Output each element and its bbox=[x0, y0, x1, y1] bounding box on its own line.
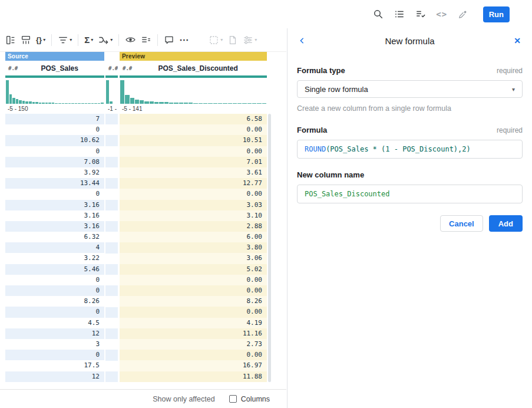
data-cell[interactable]: 10.62 bbox=[5, 135, 104, 146]
search-icon[interactable] bbox=[371, 7, 385, 21]
data-cell[interactable]: 0.00 bbox=[120, 285, 267, 296]
caret-down-icon: ▾ bbox=[70, 38, 72, 42]
data-cell[interactable]: 3.16 bbox=[5, 210, 104, 221]
data-cell[interactable]: 12 bbox=[5, 328, 104, 339]
column-header[interactable]: #.# bbox=[105, 61, 118, 75]
data-cell[interactable]: 4.19 bbox=[120, 318, 267, 328]
data-cell[interactable]: 2.88 bbox=[120, 221, 267, 232]
data-cell[interactable]: 3.16 bbox=[5, 200, 104, 210]
data-cell[interactable]: 0.00 bbox=[120, 189, 267, 199]
data-cell[interactable]: 12.77 bbox=[120, 178, 267, 189]
comment-button[interactable] bbox=[161, 33, 177, 47]
visibility-button[interactable] bbox=[123, 32, 138, 47]
comment-icon bbox=[164, 35, 174, 45]
data-cell[interactable]: 13.44 bbox=[5, 178, 104, 189]
column-header[interactable]: #.# POS_Sales bbox=[5, 61, 104, 75]
vertical-scrollbar[interactable] bbox=[268, 114, 271, 382]
toolbar-divider bbox=[51, 34, 52, 46]
filter-rows-button[interactable]: ▾ bbox=[55, 33, 74, 47]
data-cell[interactable]: 12 bbox=[5, 371, 104, 382]
histogram-bar bbox=[65, 103, 68, 104]
data-cell[interactable]: 0.00 bbox=[120, 307, 267, 317]
data-cell[interactable]: 8.26 bbox=[120, 296, 267, 307]
data-cell[interactable]: 0.00 bbox=[120, 350, 267, 360]
data-cell[interactable]: 0.00 bbox=[120, 146, 267, 157]
histogram-bar bbox=[179, 103, 183, 104]
data-cell[interactable]: 6.58 bbox=[120, 114, 267, 124]
data-cell[interactable]: 4.5 bbox=[5, 318, 104, 328]
formula-input[interactable]: ROUND(POS_Sales * (1 - POS_Discount),2) bbox=[297, 140, 523, 159]
data-cell[interactable]: 0.00 bbox=[120, 124, 267, 135]
data-cell[interactable]: 3.80 bbox=[120, 242, 267, 253]
more-button[interactable]: ⋯ bbox=[177, 32, 191, 47]
data-cell[interactable]: 5.46 bbox=[5, 264, 104, 275]
columns-checkbox[interactable] bbox=[229, 395, 237, 403]
back-button[interactable] bbox=[296, 34, 309, 47]
braces-menu-button[interactable]: {} ▾ bbox=[34, 34, 48, 46]
data-cell[interactable]: 2.73 bbox=[120, 339, 267, 350]
data-cell[interactable]: 11.16 bbox=[120, 328, 267, 339]
data-cell[interactable]: 0.00 bbox=[120, 275, 267, 285]
source-banner: Source bbox=[5, 52, 104, 61]
new-column-name-input[interactable]: POS_Sales_Discounted bbox=[297, 185, 523, 203]
columns-toggle[interactable]: Columns bbox=[229, 395, 270, 403]
data-cell[interactable]: 16.97 bbox=[120, 360, 267, 371]
histogram-bar bbox=[237, 103, 242, 104]
panel-body: Formula type required Single row formula… bbox=[288, 53, 532, 232]
histogram-bar bbox=[247, 103, 252, 104]
data-cell[interactable]: 6.00 bbox=[120, 232, 267, 242]
data-cell[interactable]: 7.08 bbox=[5, 157, 104, 167]
formula-type-select[interactable]: Single row formula ▾ bbox=[297, 80, 523, 98]
data-cell[interactable]: 3.06 bbox=[120, 253, 267, 264]
panel-title: New formula bbox=[309, 36, 511, 46]
data-cell[interactable]: 6.32 bbox=[5, 232, 104, 242]
eyedropper-icon[interactable] bbox=[456, 7, 470, 21]
data-cell[interactable]: 17.5 bbox=[5, 360, 104, 371]
data-cell[interactable]: 3.16 bbox=[5, 221, 104, 232]
data-cell[interactable]: 3.22 bbox=[5, 253, 104, 264]
code-icon[interactable]: <> bbox=[435, 7, 449, 21]
aggregate-button[interactable]: Σ ▾ bbox=[82, 33, 95, 47]
histogram-bar bbox=[71, 103, 74, 104]
data-cell[interactable]: 0 bbox=[5, 146, 104, 157]
data-cell[interactable]: 3.92 bbox=[5, 167, 104, 178]
export-button[interactable] bbox=[225, 33, 240, 47]
data-cell[interactable]: 4 bbox=[5, 242, 104, 253]
data-cell[interactable]: 0 bbox=[5, 285, 104, 296]
data-cell[interactable]: 10.51 bbox=[120, 135, 267, 146]
histogram-bar bbox=[101, 103, 104, 104]
run-button[interactable]: Run bbox=[483, 6, 510, 22]
add-button[interactable]: Add bbox=[489, 215, 523, 232]
data-cell[interactable]: 3.61 bbox=[120, 167, 267, 178]
row-grid-icon[interactable] bbox=[18, 33, 34, 47]
join-button[interactable]: ▾ bbox=[95, 32, 115, 47]
data-cell[interactable]: 0 bbox=[5, 275, 104, 285]
checklist-icon[interactable] bbox=[414, 7, 428, 21]
data-cell[interactable]: 0 bbox=[5, 124, 104, 135]
settings-button[interactable]: ▾ bbox=[240, 33, 259, 47]
data-cell[interactable]: 3.10 bbox=[120, 210, 267, 221]
data-cell[interactable]: 11.88 bbox=[120, 371, 267, 382]
data-cell[interactable]: 7.01 bbox=[120, 157, 267, 167]
list-icon[interactable] bbox=[392, 7, 407, 21]
data-cell[interactable]: 0 bbox=[5, 307, 104, 317]
data-cell[interactable]: 5.02 bbox=[120, 264, 267, 275]
data-cell[interactable]: 3.03 bbox=[120, 200, 267, 210]
column-histogram[interactable] bbox=[105, 78, 118, 104]
data-cell[interactable]: 7 bbox=[5, 114, 104, 124]
column-histogram[interactable] bbox=[5, 78, 104, 104]
histogram-bar bbox=[120, 80, 124, 104]
column-histogram[interactable] bbox=[120, 78, 267, 104]
histogram-bar bbox=[62, 103, 65, 104]
column-grid-icon[interactable] bbox=[3, 33, 18, 47]
data-cell[interactable]: 0 bbox=[5, 350, 104, 360]
data-cell[interactable]: 8.26 bbox=[5, 296, 104, 307]
column-range: -1 - bbox=[105, 104, 118, 114]
data-cell[interactable]: 0 bbox=[5, 189, 104, 199]
selection-button[interactable]: ▾ bbox=[206, 33, 225, 47]
sort-button[interactable] bbox=[138, 33, 154, 47]
close-button[interactable]: ✕ bbox=[511, 34, 524, 47]
column-header[interactable]: #.# POS_Sales_Discounted bbox=[120, 61, 267, 75]
data-cell[interactable]: 3 bbox=[5, 339, 104, 350]
cancel-button[interactable]: Cancel bbox=[440, 215, 483, 232]
